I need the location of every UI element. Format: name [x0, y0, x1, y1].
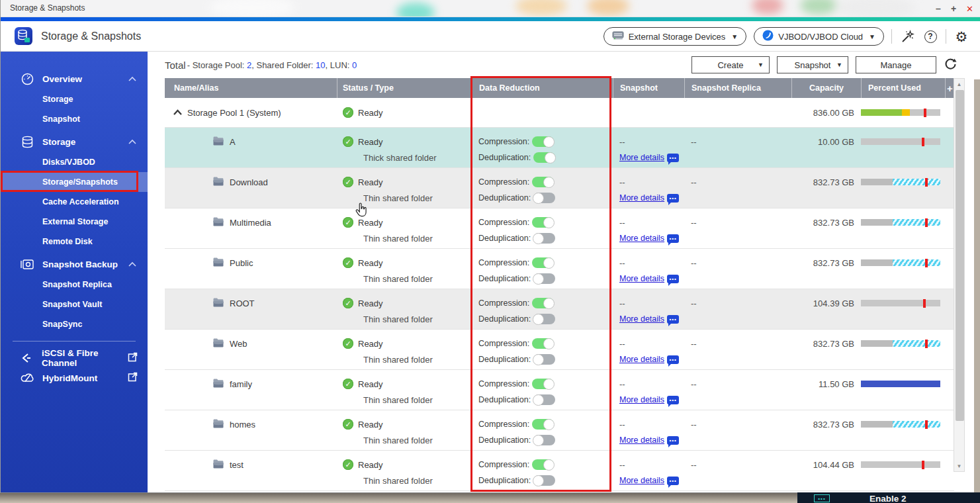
- row-name: ROOT: [230, 298, 255, 308]
- more-details-link[interactable]: More details: [619, 355, 664, 364]
- sidebar-item-snapshot-replica[interactable]: Snapshot Replica: [1, 275, 148, 295]
- more-details-link[interactable]: More details: [619, 193, 664, 203]
- sidebar-item-external-storage[interactable]: External Storage: [1, 212, 148, 232]
- sidebar-item-snapsync[interactable]: SnapSync: [1, 314, 148, 334]
- chevron-up-icon[interactable]: [128, 258, 137, 270]
- more-details-link[interactable]: More details: [619, 274, 664, 283]
- compression-toggle[interactable]: [532, 217, 554, 228]
- compression-toggle[interactable]: [532, 257, 554, 268]
- sidebar-section-storage[interactable]: Storage: [1, 131, 148, 152]
- sidebar-section-snapshot-backup[interactable]: Snapshot Backup: [1, 253, 148, 275]
- table-row-public[interactable]: Public✓ReadyThin shared folderCompressio…: [165, 249, 954, 289]
- chevron-up-icon[interactable]: [128, 73, 137, 85]
- table-header: Name/AliasStatus / TypeData ReductionSna…: [165, 78, 954, 98]
- column-header-capacity[interactable]: Capacity: [791, 78, 861, 98]
- status-text: Ready: [358, 379, 383, 389]
- chevron-up-icon[interactable]: [128, 136, 137, 148]
- comment-bubble-icon[interactable]: •••: [667, 234, 679, 243]
- maximize-button[interactable]: +: [951, 4, 956, 13]
- more-details-link[interactable]: More details: [619, 153, 664, 162]
- notification-popup[interactable]: ••• Enable 2: [797, 492, 980, 503]
- more-details-link[interactable]: More details: [619, 476, 664, 485]
- table-row-test[interactable]: test✓ReadyThin shared folderCompression:…: [165, 451, 954, 491]
- column-header-snapshot-replica[interactable]: Snapshot Replica: [684, 78, 791, 98]
- sidebar-item-snapshot[interactable]: Snapshot: [1, 109, 148, 129]
- comment-bubble-icon[interactable]: •••: [667, 396, 679, 404]
- table-row-a[interactable]: A✓ReadyThick shared folderCompression:De…: [165, 128, 954, 168]
- deduplication-toggle[interactable]: [533, 273, 555, 284]
- table-row-multimedia[interactable]: Multimedia✓ReadyThin shared folderCompre…: [165, 208, 954, 249]
- comment-bubble-icon[interactable]: •••: [667, 194, 679, 203]
- more-details-link[interactable]: More details: [619, 395, 664, 404]
- more-details-link[interactable]: More details: [619, 314, 664, 324]
- wallpaper-blob: [515, 0, 567, 16]
- sidebar-item-storage-snapshots[interactable]: Storage/Snapshots: [1, 172, 148, 192]
- external-storage-devices-button[interactable]: External Storage Devices ▼: [603, 27, 747, 46]
- deduplication-toggle[interactable]: [533, 394, 555, 405]
- vertical-scrollbar[interactable]: ▲ ▼: [954, 78, 965, 472]
- scroll-up-arrow-icon[interactable]: ▲: [957, 79, 962, 89]
- compression-toggle[interactable]: [532, 136, 554, 147]
- deduplication-toggle[interactable]: [533, 314, 555, 324]
- sidebar-item-disks-vjbod[interactable]: Disks/VJBOD: [1, 152, 148, 172]
- add-column-button[interactable]: +: [945, 78, 954, 98]
- sidebar-item-storage[interactable]: Storage: [1, 89, 148, 109]
- sidebar-item-snapshot-vault[interactable]: Snapshot Vault: [1, 295, 148, 314]
- deduplication-toggle[interactable]: [533, 152, 555, 163]
- deduplication-toggle[interactable]: [533, 475, 555, 486]
- column-header-status-type[interactable]: Status / Type: [337, 78, 472, 98]
- status-cell: ✓ReadyThin shared folder: [337, 370, 472, 410]
- compression-toggle[interactable]: [532, 298, 554, 308]
- minimize-button[interactable]: –: [936, 4, 941, 13]
- table-row-homes[interactable]: homes✓ReadyThin shared folderCompression…: [165, 410, 954, 451]
- scrollbar-thumb[interactable]: [956, 90, 964, 421]
- collapse-chevron-icon[interactable]: [173, 109, 183, 116]
- snapshot-button[interactable]: Snapshot▼: [777, 56, 848, 73]
- refresh-icon[interactable]: [944, 57, 958, 73]
- vjbod-cloud-button[interactable]: VJBOD/VJBOD Cloud ▼: [754, 27, 884, 46]
- sidebar-section-overview[interactable]: Overview: [1, 68, 148, 89]
- column-header-data-reduction[interactable]: Data Reduction: [472, 78, 613, 98]
- sidebar-item-cache-acceleration[interactable]: Cache Acceleration: [1, 192, 148, 212]
- sidebar-link-iscsi-fibre-channel[interactable]: iSCSI & Fibre Channel: [1, 348, 148, 368]
- comment-bubble-icon[interactable]: •••: [667, 275, 679, 283]
- compression-toggle[interactable]: [532, 419, 554, 430]
- comment-bubble-icon[interactable]: •••: [667, 477, 679, 485]
- close-button[interactable]: ✕: [966, 5, 973, 13]
- diagnostic-wand-icon[interactable]: [899, 28, 915, 44]
- compression-toggle[interactable]: [532, 379, 554, 389]
- deduplication-toggle[interactable]: [533, 193, 555, 203]
- snapshot-cell: --More details•••: [613, 330, 684, 369]
- comment-bubble-icon[interactable]: •••: [667, 315, 679, 324]
- table-row-storage-pool-1-system[interactable]: Storage Pool 1 (System)✓Ready836.00 GB: [165, 98, 954, 128]
- comment-bubble-icon[interactable]: •••: [667, 436, 679, 445]
- comment-bubble-icon[interactable]: •••: [667, 154, 679, 162]
- compression-toggle[interactable]: [532, 177, 554, 187]
- gear-icon[interactable]: ⚙: [954, 28, 969, 44]
- help-icon[interactable]: ?: [922, 28, 938, 44]
- sidebar-link-hybridmount[interactable]: HybridMount: [1, 368, 148, 388]
- deduplication-toggle[interactable]: [533, 233, 555, 244]
- compression-toggle[interactable]: [532, 459, 554, 470]
- deduplication-toggle[interactable]: [533, 354, 555, 365]
- data-reduction-cell: Compression:Deduplication:: [472, 128, 613, 167]
- name-cell: ROOT: [165, 289, 337, 329]
- bar-threshold-tick: [925, 218, 928, 227]
- table-row-web[interactable]: Web✓ReadyThin shared folderCompression:D…: [165, 330, 954, 370]
- comment-bubble-icon[interactable]: •••: [667, 355, 679, 364]
- scroll-down-arrow-icon[interactable]: ▼: [957, 461, 962, 471]
- sidebar-item-remote-disk[interactable]: Remote Disk: [1, 232, 148, 252]
- more-details-link[interactable]: More details: [619, 435, 664, 445]
- column-header-percent-used[interactable]: Percent Used: [861, 78, 945, 98]
- table-row-download[interactable]: Download✓ReadyThin shared folderCompress…: [165, 168, 954, 208]
- create-button[interactable]: Create▼: [691, 56, 770, 73]
- deduplication-toggle[interactable]: [533, 435, 555, 445]
- column-header-name-alias[interactable]: Name/Alias: [165, 78, 337, 98]
- table-row-family[interactable]: family✓ReadyThin shared folderCompressio…: [165, 370, 954, 410]
- manage-button[interactable]: Manage: [856, 56, 936, 73]
- compression-toggle[interactable]: [532, 338, 554, 349]
- table-row-root[interactable]: ROOT✓ReadyThin shared folderCompression:…: [165, 289, 954, 330]
- more-details-link[interactable]: More details: [619, 234, 664, 243]
- snapshot-cell: --More details•••: [613, 370, 684, 410]
- column-header-snapshot[interactable]: Snapshot: [613, 78, 684, 98]
